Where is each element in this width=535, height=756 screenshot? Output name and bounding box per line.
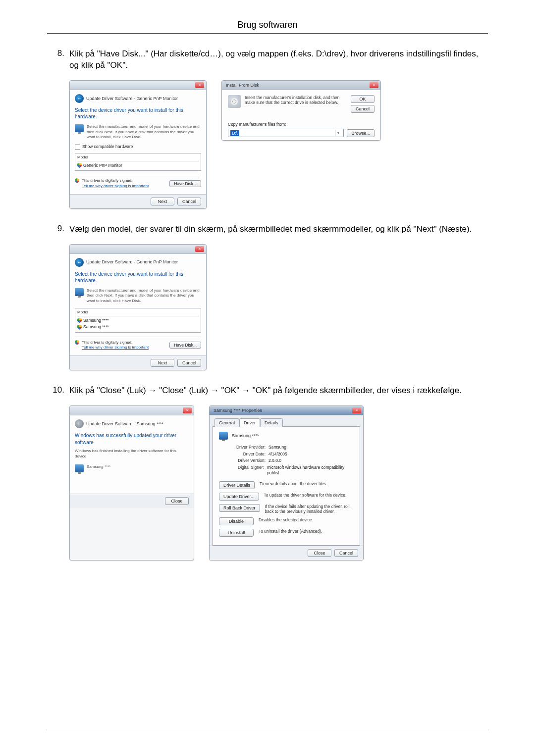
dialog-heading: Select the device driver you want to ins…	[75, 271, 201, 284]
device-name: Samsung ****	[232, 433, 259, 439]
close-icon[interactable]: ×	[195, 82, 204, 88]
breadcrumb: Update Driver Software - Samsung ****	[86, 421, 163, 427]
back-icon[interactable]: ←	[75, 258, 84, 267]
success-sub: Windows has finished installing the driv…	[75, 449, 189, 459]
footer-rule	[47, 731, 488, 731]
uninstall-button[interactable]: Uninstall	[219, 529, 254, 537]
close-button[interactable]: Close	[308, 549, 331, 557]
show-compatible-label: Show compatible hardware	[82, 144, 133, 150]
page-title: Brug softwaren	[47, 20, 488, 30]
monitor-icon	[75, 464, 84, 472]
action-desc: To view details about the driver files.	[260, 481, 354, 486]
dialog-update-driver-samsung: × ← Update Driver Software - Generic PnP…	[69, 244, 207, 371]
update-driver-button[interactable]: Update Driver...	[219, 493, 259, 501]
copy-from-label: Copy manufacturer's files from:	[228, 122, 374, 127]
titlebar: ×	[70, 81, 206, 90]
step-number: 10.	[47, 385, 69, 560]
breadcrumb: Update Driver Software - Generic PnP Mon…	[86, 96, 178, 101]
dialog-instruction: Select the manufacturer and model of you…	[87, 288, 201, 304]
tab-general[interactable]: General	[214, 418, 239, 427]
disk-icon	[228, 95, 241, 108]
close-button[interactable]: Close	[165, 497, 189, 505]
cancel-button[interactable]: Cancel	[177, 198, 201, 205]
cancel-button[interactable]: Cancel	[351, 105, 374, 113]
shield-icon	[77, 163, 82, 168]
path-combobox[interactable]: D:\ ▾	[228, 129, 344, 137]
step-10: 10. Klik på "Close" (Luk) → "Close" (Luk…	[47, 385, 488, 560]
back-icon[interactable]: ←	[75, 94, 84, 103]
chevron-down-icon[interactable]: ▾	[335, 130, 341, 136]
titlebar: ×	[70, 406, 194, 415]
prop-label: Driver Date:	[231, 452, 266, 457]
tab-driver[interactable]: Driver	[239, 418, 260, 427]
show-compatible-checkbox[interactable]	[75, 145, 80, 150]
prop-value: 2.0.0.0	[268, 458, 281, 463]
signed-text: This driver is digitally signed.	[82, 178, 149, 184]
step-8: 8. Klik på "Have Disk..." (Har diskette/…	[47, 49, 488, 209]
list-item[interactable]: Generic PnP Monitor	[77, 162, 199, 169]
prop-value: microsoft windows hardware compatibility…	[267, 465, 354, 476]
have-disk-button[interactable]: Have Disk...	[169, 180, 201, 187]
driver-details-button[interactable]: Driver Details	[219, 481, 255, 489]
model-name: Samsung ****	[83, 324, 109, 330]
close-icon[interactable]: ×	[370, 82, 378, 88]
model-column-header: Model	[77, 155, 199, 161]
signing-info-link[interactable]: Tell me why driver signing is important	[82, 345, 149, 351]
disable-button[interactable]: Disable	[219, 517, 254, 525]
step-text: Vælg den model, der svarer til din skærm…	[69, 224, 488, 235]
path-value: D:\	[230, 130, 239, 136]
dialog-update-success: × ← Update Driver Software - Samsung ***…	[69, 405, 194, 560]
next-button[interactable]: Next	[151, 198, 174, 205]
tab-details[interactable]: Details	[260, 418, 283, 427]
list-item[interactable]: Samsung ****	[77, 324, 199, 330]
dialog-heading: Select the device driver you want to ins…	[75, 107, 201, 120]
back-icon: ←	[75, 419, 84, 428]
cancel-button[interactable]: Cancel	[177, 359, 201, 367]
next-button[interactable]: Next	[151, 359, 174, 367]
prop-label: Driver Provider:	[231, 445, 266, 450]
dialog-install-from-disk: Install From Disk × Insert the manufactu…	[221, 80, 381, 141]
dialog-title: Install From Disk	[224, 82, 370, 88]
close-icon[interactable]: ×	[352, 407, 361, 413]
list-item[interactable]: Samsung ****	[77, 317, 199, 324]
close-icon[interactable]: ×	[195, 246, 204, 252]
shield-icon	[75, 340, 79, 345]
step-9: 9. Vælg den model, der svarer til din sk…	[47, 224, 488, 371]
action-desc: To uninstall the driver (Advanced).	[259, 529, 354, 534]
prop-value: Samsung	[268, 445, 286, 450]
titlebar: Install From Disk ×	[222, 81, 380, 90]
titlebar: Samsung **** Properties ×	[210, 406, 363, 415]
model-name: Samsung ****	[83, 318, 109, 323]
close-icon[interactable]: ×	[183, 407, 192, 413]
dialog-properties: Samsung **** Properties × General Driver…	[209, 405, 364, 560]
model-column-header: Model	[77, 310, 199, 316]
model-list[interactable]: Model Generic PnP Monitor	[75, 153, 201, 171]
action-desc: To update the driver software for this d…	[264, 493, 354, 498]
prop-label: Driver Version:	[231, 458, 266, 463]
signing-info-link[interactable]: Tell me why driver signing is important	[82, 184, 149, 189]
action-desc: Disables the selected device.	[259, 517, 354, 522]
titlebar: ×	[70, 245, 206, 254]
signed-text: This driver is digitally signed.	[82, 340, 149, 346]
model-name: Generic PnP Monitor	[83, 163, 122, 168]
step-number: 8.	[47, 49, 69, 209]
dialog-instruction: Select the manufacturer and model of you…	[87, 124, 201, 140]
dialog-update-driver-generic: × ← Update Driver Software - Generic PnP…	[69, 80, 207, 209]
have-disk-button[interactable]: Have Disk...	[169, 342, 201, 349]
browse-button[interactable]: Browse...	[347, 129, 374, 137]
prop-value: 4/14/2005	[268, 452, 287, 457]
dialog-title: Samsung **** Properties	[212, 407, 352, 413]
shield-icon	[77, 325, 82, 330]
monitor-icon	[75, 124, 84, 132]
step-number: 9.	[47, 224, 69, 371]
rollback-driver-button[interactable]: Roll Back Driver	[219, 504, 260, 512]
monitor-icon	[75, 288, 84, 296]
action-desc: If the device fails after updating the d…	[265, 504, 354, 514]
cancel-button[interactable]: Cancel	[334, 549, 358, 557]
step-text: Klik på "Close" (Luk) → "Close" (Luk) → …	[69, 385, 488, 397]
install-disk-message: Insert the manufacturer's installation d…	[245, 95, 347, 105]
shield-icon	[77, 318, 82, 323]
model-list[interactable]: Model Samsung **** Samsung ****	[75, 308, 201, 333]
shield-icon	[75, 178, 79, 183]
ok-button[interactable]: OK	[351, 95, 374, 103]
